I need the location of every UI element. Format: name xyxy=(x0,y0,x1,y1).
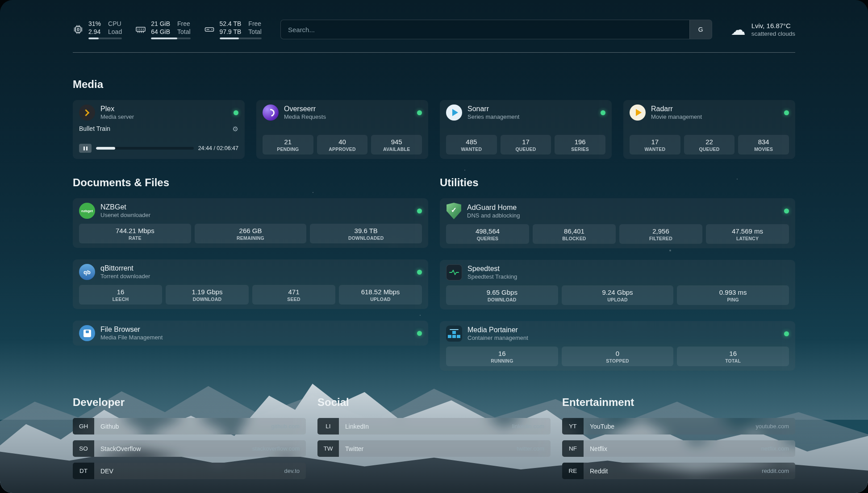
service-card-nzbget[interactable]: nzbget NZBGet Usenet downloader 744.21 M… xyxy=(73,198,428,248)
bookmark-abbr: GH xyxy=(73,418,94,435)
bookmark-twitter[interactable]: TW Twitter twitter.com xyxy=(317,440,551,457)
status-dot xyxy=(784,331,789,336)
cpu-load-label: Load xyxy=(108,28,122,36)
bookmark-youtube[interactable]: YT YouTube youtube.com xyxy=(562,418,795,435)
section-title-media: Media xyxy=(73,78,795,91)
stat-block: 945AVAILABLE xyxy=(371,135,422,155)
status-dot xyxy=(417,331,422,336)
media-cards-row: Plex Media server Bullet Train ⚙ 24:44 /… xyxy=(73,100,795,159)
overseerr-icon xyxy=(263,104,279,121)
service-card-filebrowser[interactable]: File Browser Media File Management xyxy=(73,321,428,346)
bookmark-abbr: TW xyxy=(317,440,339,457)
service-name: qBittorrent xyxy=(100,264,412,272)
bookmark-linkedin[interactable]: LI LinkedIn linkedin.com xyxy=(317,418,551,435)
portainer-icon xyxy=(446,326,462,342)
header-divider xyxy=(73,52,795,53)
stat-block: 744.21 MbpsRATE xyxy=(79,224,191,243)
dashboard-content: 31% CPU 2.94 Load xyxy=(0,0,868,493)
weather-condition: scattered clouds xyxy=(751,30,795,37)
service-card-speedtest[interactable]: Speedtest Speedtest Tracking 9.65 GbpsDO… xyxy=(440,260,795,309)
memory-total-label: Total xyxy=(177,28,191,36)
service-card-plex[interactable]: Plex Media server Bullet Train ⚙ 24:44 /… xyxy=(73,100,245,159)
filebrowser-icon xyxy=(79,325,95,341)
service-name: Media Portainer xyxy=(467,326,779,334)
memory-progress-bar xyxy=(151,38,190,39)
bookmark-name: Netflix xyxy=(584,440,613,457)
bookmark-url: github.com xyxy=(271,418,306,435)
service-desc: Media File Management xyxy=(100,334,412,341)
service-card-sonarr[interactable]: Sonarr Series management 485WANTED 17QUE… xyxy=(440,100,612,159)
search-provider-button[interactable]: G xyxy=(689,20,712,39)
disk-progress-bar xyxy=(220,38,262,39)
bookmark-stackoverflow[interactable]: SO StackOverflow stackoverflow.com xyxy=(73,440,306,457)
section-utilities: Utilities ✓ AdGuard Home DNS and adblock… xyxy=(440,176,795,371)
service-desc: Series management xyxy=(467,113,595,120)
snow-specks xyxy=(0,0,1,1)
weather-widget: ☁ Lviv, 16.87°C scattered clouds xyxy=(731,22,795,37)
service-name: Overseerr xyxy=(284,105,412,113)
memory-icon xyxy=(135,24,146,35)
bookmark-netflix[interactable]: NF Netflix netflix.com xyxy=(562,440,795,457)
memory-free-label: Free xyxy=(177,20,191,28)
stat-block: 21PENDING xyxy=(263,135,313,155)
stat-block: 86,401BLOCKED xyxy=(533,224,616,244)
bookmark-dev[interactable]: DT DEV dev.to xyxy=(73,463,306,479)
bookmark-github[interactable]: GH Github github.com xyxy=(73,418,306,435)
service-desc: Movie management xyxy=(651,113,779,120)
speedtest-icon xyxy=(446,264,462,280)
stat-block: 17QUEUED xyxy=(501,135,551,155)
pause-button[interactable] xyxy=(79,144,92,153)
service-card-overseerr[interactable]: Overseerr Media Requests 21PENDING 40APP… xyxy=(256,100,428,159)
sonarr-icon xyxy=(446,104,462,121)
bookmark-url: twitter.com xyxy=(517,440,551,457)
status-dot xyxy=(417,209,422,213)
bookmark-name: Twitter xyxy=(339,440,370,457)
settings-gear-icon[interactable]: ⚙ xyxy=(233,125,238,132)
playback-progress-bar[interactable] xyxy=(96,147,194,150)
service-card-qbittorrent[interactable]: qb qBittorrent Torrent downloader 16LEEC… xyxy=(73,259,428,309)
plex-icon xyxy=(79,104,95,121)
status-dot xyxy=(601,110,605,115)
adguard-icon: ✓ xyxy=(446,203,462,219)
stat-block: 9.65 GbpsDOWNLOAD xyxy=(446,285,558,305)
bookmark-abbr: NF xyxy=(562,440,584,457)
weather-location: Lviv, 16.87°C xyxy=(751,22,795,29)
bookmark-abbr: RE xyxy=(562,463,584,479)
service-desc: Container management xyxy=(467,334,779,341)
stat-block: 16TOTAL xyxy=(677,347,789,366)
service-card-adguard[interactable]: ✓ AdGuard Home DNS and adblocking 498,56… xyxy=(440,198,795,248)
bookmark-name: StackOverflow xyxy=(94,440,147,457)
section-title-entertainment: Entertainment xyxy=(562,396,795,409)
disk-free-value: 52.4 TB xyxy=(220,20,242,28)
bookmark-url: youtube.com xyxy=(756,418,795,435)
disk-free-label: Free xyxy=(248,20,262,28)
bookmark-group-social: Social LI LinkedIn linkedin.com TW Twitt… xyxy=(317,396,551,479)
service-card-radarr[interactable]: Radarr Movie management 17WANTED 22QUEUE… xyxy=(623,100,795,159)
disk-total-value: 97.9 TB xyxy=(220,28,242,36)
service-desc: Speedtest Tracking xyxy=(467,273,789,280)
stat-block: 47.569 msLATENCY xyxy=(706,224,789,244)
bookmark-abbr: LI xyxy=(317,418,339,435)
service-card-portainer[interactable]: Media Portainer Container management 16R… xyxy=(440,321,795,371)
cpu-widget: 31% CPU 2.94 Load xyxy=(73,20,122,39)
stat-block: 9.24 GbpsUPLOAD xyxy=(562,285,674,305)
stat-block: 485WANTED xyxy=(446,135,497,155)
service-name: File Browser xyxy=(100,326,412,334)
stat-block: 0STOPPED xyxy=(562,347,674,366)
service-name: Sonarr xyxy=(467,105,595,113)
playback-time: 24:44 / 02:06:47 xyxy=(198,145,238,151)
cpu-percent: 31% xyxy=(88,20,101,28)
service-name: Radarr xyxy=(651,105,779,113)
section-title-utilities: Utilities xyxy=(440,176,795,189)
bookmark-reddit[interactable]: RE Reddit reddit.com xyxy=(562,463,795,479)
stat-block: 16LEECH xyxy=(79,285,162,305)
status-dot xyxy=(417,270,422,275)
cpu-label: CPU xyxy=(108,20,122,28)
search-input[interactable] xyxy=(281,26,689,33)
stat-block: 498,564QUERIES xyxy=(446,224,529,244)
bookmark-group-entertainment: Entertainment YT YouTube youtube.com NF … xyxy=(562,396,795,479)
section-documents: Documents & Files nzbget NZBGet Usenet d… xyxy=(73,176,428,346)
search-bar: G xyxy=(280,20,712,39)
service-name: AdGuard Home xyxy=(467,204,779,212)
bookmark-url: reddit.com xyxy=(762,463,795,479)
